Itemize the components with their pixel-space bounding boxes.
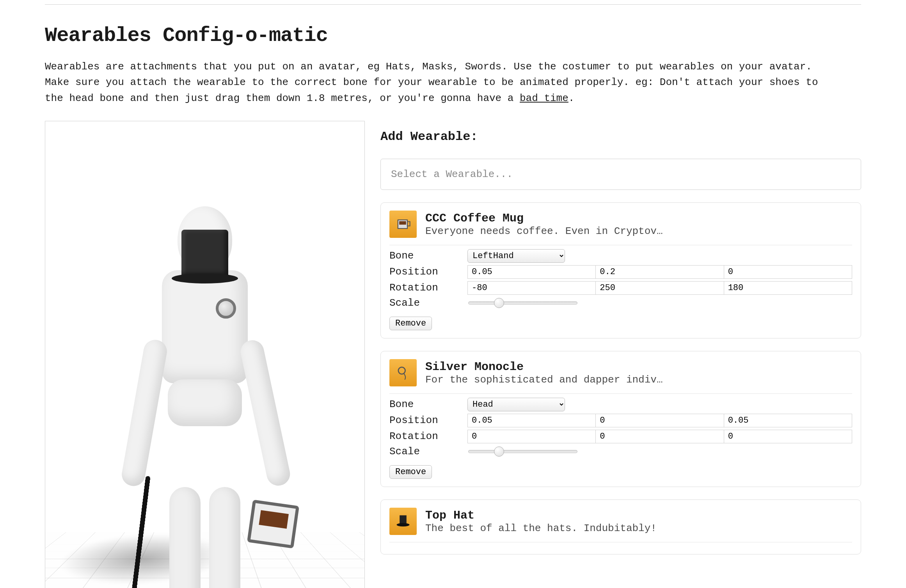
scale-slider[interactable]: [468, 450, 577, 453]
scale-label: Scale: [389, 297, 467, 309]
wearable-thumb: [389, 211, 417, 238]
bone-label: Bone: [389, 398, 467, 410]
position-y[interactable]: [596, 414, 724, 427]
rotation-y[interactable]: [596, 430, 724, 443]
intro-text-before: Wearables are attachments that you put o…: [45, 61, 818, 104]
wearable-thumb: [389, 359, 417, 386]
wearable-name: Top Hat: [425, 508, 657, 522]
preview-top-hat: [172, 230, 238, 283]
scale-label: Scale: [389, 446, 467, 457]
svg-rect-2: [407, 221, 410, 226]
wearable-name: Silver Monocle: [425, 360, 663, 374]
remove-button[interactable]: Remove: [389, 317, 432, 330]
position-z[interactable]: [724, 414, 852, 427]
intro-text: Wearables are attachments that you put o…: [45, 59, 837, 106]
wearable-card: Top HatThe best of all the hats. Indubit…: [380, 499, 861, 554]
position-y[interactable]: [596, 265, 724, 279]
config-panel: Add Wearable: Select a Wearable... CCC C…: [380, 121, 861, 567]
svg-point-3: [398, 367, 405, 374]
svg-rect-1: [399, 221, 406, 225]
position-x[interactable]: [467, 265, 596, 279]
position-label: Position: [389, 266, 467, 278]
position-z[interactable]: [724, 265, 852, 279]
intro-text-after: .: [568, 92, 575, 104]
bad-time-link[interactable]: bad time: [520, 92, 568, 104]
bone-label: Bone: [389, 250, 467, 262]
wearable-name: CCC Coffee Mug: [425, 211, 663, 225]
rotation-z[interactable]: [724, 281, 852, 295]
wearable-card: CCC Coffee MugEveryone needs coffee. Eve…: [380, 202, 861, 338]
svg-rect-4: [400, 515, 407, 524]
bone-select[interactable]: LeftHandRightHandHeadHipsSpine: [467, 249, 565, 263]
svg-point-5: [397, 523, 410, 526]
wearable-desc: For the sophisticated and dapper indiv…: [425, 374, 663, 386]
position-x[interactable]: [467, 414, 596, 427]
remove-button[interactable]: Remove: [389, 465, 432, 479]
position-label: Position: [389, 414, 467, 426]
scale-slider[interactable]: [468, 301, 577, 305]
rotation-label: Rotation: [389, 430, 467, 442]
preview-monocle: [216, 298, 236, 319]
rotation-x[interactable]: [467, 430, 596, 443]
wearable-desc: Everyone needs coffee. Even in Cryptov…: [425, 225, 663, 237]
wearable-thumb: [389, 508, 417, 535]
rotation-y[interactable]: [596, 281, 724, 295]
wearable-select[interactable]: Select a Wearable...: [380, 159, 861, 190]
wearable-desc: The best of all the hats. Indubitably!: [425, 522, 657, 534]
rotation-label: Rotation: [389, 282, 467, 294]
preview-mannequin: [160, 144, 250, 426]
tab-bar: Wearables Config Upload: [45, 0, 861, 5]
page-title: Wearables Config-o-matic: [45, 24, 861, 47]
bone-select[interactable]: LeftHandRightHandHeadHipsSpine: [467, 398, 565, 411]
preview-mug: [247, 499, 299, 549]
avatar-preview[interactable]: [45, 121, 365, 588]
rotation-z[interactable]: [724, 430, 852, 443]
rotation-x[interactable]: [467, 281, 596, 295]
wearable-card: Silver MonocleFor the sophisticated and …: [380, 351, 861, 487]
add-wearable-heading: Add Wearable:: [380, 129, 861, 144]
